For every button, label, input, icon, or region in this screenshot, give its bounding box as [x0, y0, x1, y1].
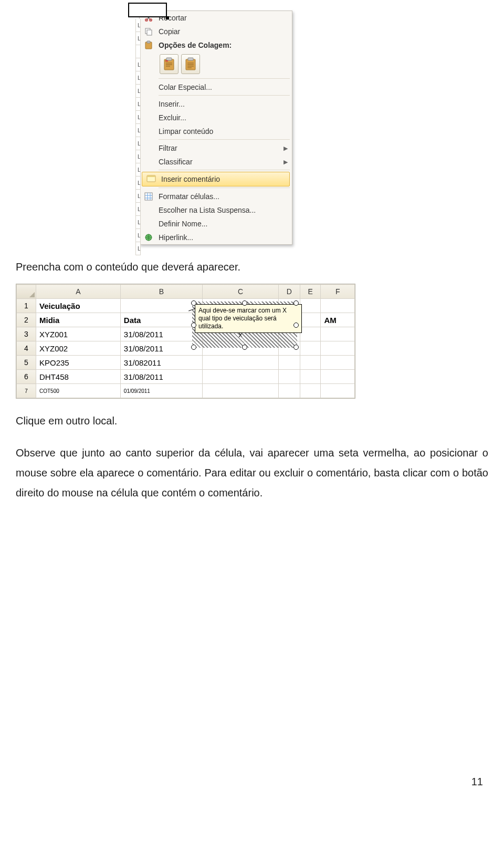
menu-classificar[interactable]: Classificar ▶ — [140, 155, 292, 169]
cell[interactable] — [300, 299, 321, 313]
instruction-observe: Observe que junto ao canto superior da c… — [16, 443, 488, 503]
blank-icon — [143, 126, 154, 137]
cell[interactable]: XYZ001 — [36, 327, 121, 341]
menu-hiperlink[interactable]: Hiperlink... — [140, 231, 292, 244]
row-header[interactable]: 2 — [17, 313, 36, 327]
spreadsheet-figure: A B C D E F 1 Veiculação 2 Midia Data TV… — [16, 284, 355, 399]
menu-colar-especial[interactable]: Colar Especial... — [140, 80, 292, 94]
cell[interactable] — [203, 370, 278, 384]
menu-label: Escolher na Lista Suspensa... — [159, 206, 288, 214]
svg-rect-9 — [188, 58, 193, 60]
resize-handle-icon[interactable] — [191, 300, 196, 306]
menu-label: Inserir comentário — [161, 175, 285, 183]
col-header-a[interactable]: A — [36, 285, 121, 299]
menu-limpar-conteudo[interactable]: Limpar conteúdo — [140, 124, 292, 138]
resize-handle-icon[interactable] — [242, 345, 247, 350]
cell[interactable] — [203, 384, 278, 398]
row-header[interactable]: 6 — [17, 370, 36, 384]
cell[interactable]: COT500 — [36, 384, 121, 398]
menu-label: Opções de Colagem: — [159, 41, 288, 49]
menu-label: Classificar — [159, 158, 280, 166]
cell[interactable] — [300, 356, 321, 370]
menu-label: Excluir... — [159, 113, 288, 122]
comment-box[interactable]: Aqui deve-se marcar com um X qual tipo d… — [195, 304, 302, 333]
col-header-d[interactable]: D — [278, 285, 300, 299]
cell[interactable] — [203, 356, 278, 370]
resize-handle-icon[interactable] — [293, 345, 299, 350]
cell[interactable]: 31/08/2011 — [120, 370, 202, 384]
menu-definir-nome[interactable]: Definir Nome... — [140, 217, 292, 231]
resize-handle-icon[interactable] — [242, 300, 247, 306]
col-header-b[interactable]: B — [120, 285, 202, 299]
separator — [159, 188, 290, 189]
cell[interactable] — [278, 384, 300, 398]
cell[interactable]: 31/08/2011 — [120, 327, 202, 341]
cell[interactable]: 31/08/2011 — [120, 341, 202, 356]
menu-label: Colar Especial... — [159, 83, 288, 91]
menu-filtrar[interactable]: Filtrar ▶ — [140, 141, 292, 155]
cell[interactable] — [300, 313, 321, 327]
cell[interactable] — [321, 327, 355, 341]
cell[interactable] — [321, 299, 355, 313]
resize-handle-icon[interactable] — [293, 300, 299, 306]
comment-new-icon — [145, 174, 157, 184]
cell[interactable] — [278, 370, 300, 384]
resize-handle-icon[interactable] — [191, 323, 196, 328]
cell[interactable]: KPO235 — [36, 356, 121, 370]
cell[interactable] — [300, 384, 321, 398]
blank-icon — [143, 112, 154, 123]
col-header-c[interactable]: C — [203, 285, 278, 299]
separator — [159, 78, 290, 79]
row-header[interactable]: 1 — [17, 299, 36, 313]
cell[interactable]: Data — [120, 313, 202, 327]
paste-option-1[interactable] — [160, 54, 178, 74]
menu-label: Copiar — [159, 27, 288, 36]
selected-cell — [128, 3, 167, 17]
cell[interactable]: AM — [321, 313, 355, 327]
row-header[interactable]: 3 — [17, 327, 36, 341]
menu-label: Limpar conteúdo — [159, 127, 288, 136]
menu-inserir-comentario[interactable]: Inserir comentário — [142, 172, 290, 186]
select-all-corner[interactable] — [17, 285, 36, 299]
menu-inserir[interactable]: Inserir... — [140, 97, 292, 111]
cell[interactable]: 01/09/2011 — [120, 384, 202, 398]
col-header-f[interactable]: F — [321, 285, 355, 299]
cell[interactable] — [321, 384, 355, 398]
separator — [159, 139, 290, 140]
menu-escolher-lista[interactable]: Escolher na Lista Suspensa... — [140, 203, 292, 217]
hyperlink-icon — [143, 232, 154, 243]
cell[interactable]: 31/082011 — [120, 356, 202, 370]
cell[interactable]: XYZ002 — [36, 341, 121, 356]
cells-strip: LLL LLLL LLLL LLLL LL — [135, 19, 141, 255]
resize-handle-icon[interactable] — [293, 323, 299, 328]
cell[interactable] — [300, 341, 321, 356]
cell[interactable]: DHT458 — [36, 370, 121, 384]
separator — [159, 170, 290, 171]
cell[interactable] — [321, 370, 355, 384]
resize-handle-icon[interactable] — [191, 345, 196, 350]
menu-copiar[interactable]: Copiar — [140, 25, 292, 38]
cell[interactable] — [321, 341, 355, 356]
format-cells-icon — [143, 191, 154, 202]
paste-option-2[interactable] — [181, 54, 200, 74]
cell[interactable] — [278, 356, 300, 370]
instruction-prefill: Preencha com o conteúdo que deverá apare… — [16, 259, 488, 274]
blank-icon — [143, 157, 154, 167]
row-header[interactable]: 7 — [17, 384, 36, 398]
cell[interactable]: Midia — [36, 313, 121, 327]
page-number: 11 — [16, 776, 488, 788]
menu-excluir[interactable]: Excluir... — [140, 111, 292, 124]
menu-label: Formatar células... — [159, 192, 288, 201]
row-header[interactable]: 4 — [17, 341, 36, 356]
cell[interactable] — [300, 370, 321, 384]
blank-icon — [143, 82, 154, 92]
cell[interactable] — [300, 327, 321, 341]
menu-paste-options-header: Opções de Colagem: — [140, 38, 292, 52]
context-menu: LLL LLLL LLLL LLLL LL Recortar Copiar Op… — [139, 11, 292, 245]
cell[interactable]: Veiculação — [36, 299, 121, 313]
col-header-e[interactable]: E — [300, 285, 321, 299]
cell-fill-handle — [166, 16, 169, 19]
row-header[interactable]: 5 — [17, 356, 36, 370]
cell[interactable] — [321, 356, 355, 370]
menu-formatar-celulas[interactable]: Formatar células... — [140, 190, 292, 203]
